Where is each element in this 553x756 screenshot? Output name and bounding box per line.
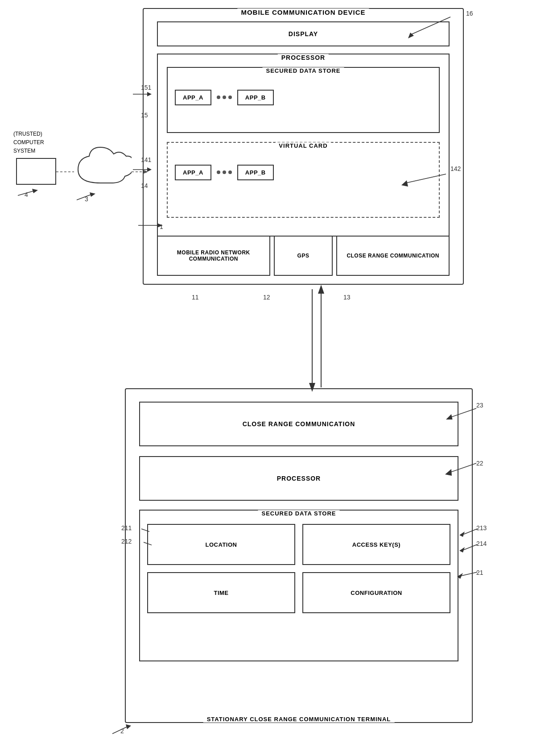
line-cs-cloud xyxy=(56,170,74,174)
stationary-title: STATIONARY CLOSE RANGE COMMUNICATION TER… xyxy=(203,716,395,723)
app-b-box-vc: APP_B xyxy=(237,165,274,180)
ref-141: 141 xyxy=(141,156,151,163)
ref-15: 15 xyxy=(141,112,148,119)
close-range-box-top: CLOSE RANGE COMMUNICATION xyxy=(336,236,450,276)
access-key-box: ACCESS KEY(S) xyxy=(302,524,450,565)
svg-marker-9 xyxy=(90,192,95,197)
ref2-arrow xyxy=(108,722,139,738)
svg-marker-18 xyxy=(446,414,453,420)
crc-box: CLOSE RANGE COMMUNICATION xyxy=(139,402,458,446)
ref23-arrow xyxy=(437,402,482,420)
cloud-shape xyxy=(69,143,132,192)
dot-1 xyxy=(217,96,220,99)
ref142-arrow xyxy=(392,161,455,187)
svg-line-2 xyxy=(406,174,446,183)
svg-line-25 xyxy=(464,529,477,534)
trusted-cs-text: (TRUSTED)COMPUTERSYSTEM xyxy=(13,131,44,154)
ref-11: 11 xyxy=(192,294,199,301)
processor-outer-box: PROCESSOR SECURED DATA STORE APP_A APP_B xyxy=(157,54,450,237)
ref3-arrow xyxy=(72,191,99,204)
ref213-arrow xyxy=(433,524,482,538)
access-key-label: ACCESS KEY(S) xyxy=(352,541,400,548)
svg-marker-7 xyxy=(32,189,38,193)
dot-vc-3 xyxy=(228,170,232,174)
dots-group-vc xyxy=(217,170,232,174)
stat-processor-label: PROCESSOR xyxy=(277,475,321,482)
stationary-terminal-box: STATIONARY CLOSE RANGE COMMUNICATION TER… xyxy=(125,388,473,723)
bidir-arrow xyxy=(303,285,330,396)
ref4-arrow xyxy=(13,187,40,200)
app-a-box-top: APP_A xyxy=(175,90,211,105)
ref-12: 12 xyxy=(263,294,270,301)
trusted-cs-label-text: (TRUSTED)COMPUTERSYSTEM xyxy=(13,129,44,154)
ref21-arrow xyxy=(433,567,482,580)
gps-box: GPS xyxy=(274,236,333,276)
time-label: TIME xyxy=(214,590,228,596)
svg-line-19 xyxy=(450,463,476,472)
svg-line-27 xyxy=(464,544,477,550)
diagram-container: MOBILE COMMUNICATION DEVICE DISPLAY PROC… xyxy=(0,0,553,756)
dot-vc-2 xyxy=(223,170,226,174)
secured-data-store-title: SECURED DATA STORE xyxy=(262,67,344,74)
close-range-label-top: CLOSE RANGE COMMUNICATION xyxy=(347,253,439,259)
ref211-arrow xyxy=(123,524,149,538)
stat-sds-box: SECURED DATA STORE LOCATION ACCESS KEY(S… xyxy=(139,510,458,661)
mobile-device-box: MOBILE COMMUNICATION DEVICE DISPLAY PROC… xyxy=(143,8,464,285)
location-label: LOCATION xyxy=(206,541,237,548)
virtual-card-title: VIRTUAL CARD xyxy=(275,142,331,149)
svg-line-29 xyxy=(462,572,477,576)
dots-group-top xyxy=(217,96,232,99)
ref16-arrow xyxy=(312,8,468,44)
app-a-box-vc: APP_A xyxy=(175,165,211,180)
svg-line-23 xyxy=(144,542,152,546)
dot-2 xyxy=(223,96,226,99)
app-row-top: APP_A APP_B xyxy=(175,82,432,112)
svg-line-8 xyxy=(77,195,91,200)
stat-processor-box: PROCESSOR xyxy=(139,456,458,501)
ref-13: 13 xyxy=(343,294,351,301)
mobile-radio-box: MOBILE RADIO NETWORK COMMUNICATION xyxy=(157,236,270,276)
app-b-box-top: APP_B xyxy=(237,90,274,105)
comm-row: MOBILE RADIO NETWORK COMMUNICATION GPS C… xyxy=(157,236,450,276)
stat-sds-title: SECURED DATA STORE xyxy=(258,510,339,517)
secured-data-store-box: SECURED DATA STORE APP_A APP_B xyxy=(167,67,440,133)
ref1-arrow xyxy=(134,219,169,232)
stat-sds-grid: LOCATION ACCESS KEY(S) TIME CONFIGURATIO… xyxy=(147,524,450,613)
svg-marker-36 xyxy=(147,167,152,172)
dot-vc-1 xyxy=(217,170,220,174)
ref151-arrow xyxy=(133,87,152,101)
ref141-arrow xyxy=(133,163,152,176)
svg-line-17 xyxy=(450,408,476,417)
time-box: TIME xyxy=(147,572,295,613)
svg-marker-32 xyxy=(126,724,131,729)
processor-title: PROCESSOR xyxy=(278,54,329,61)
svg-line-0 xyxy=(410,17,450,35)
gps-label: GPS xyxy=(297,253,310,259)
svg-line-21 xyxy=(141,529,149,532)
mobile-radio-label: MOBILE RADIO NETWORK COMMUNICATION xyxy=(160,249,268,262)
svg-line-31 xyxy=(112,727,128,734)
svg-marker-20 xyxy=(445,469,452,476)
ref212-arrow xyxy=(125,538,152,551)
ref22-arrow xyxy=(437,459,482,477)
svg-line-6 xyxy=(18,191,33,195)
ref214-arrow xyxy=(433,540,482,553)
dot-3 xyxy=(228,96,232,99)
svg-marker-16 xyxy=(318,285,324,294)
configuration-label: CONFIGURATION xyxy=(351,590,402,596)
crc-label: CLOSE RANGE COMMUNICATION xyxy=(243,420,355,428)
configuration-box: CONFIGURATION xyxy=(302,572,450,613)
location-box: LOCATION xyxy=(147,524,295,565)
ref-14: 14 xyxy=(141,182,148,189)
svg-marker-3 xyxy=(401,180,408,187)
svg-marker-5 xyxy=(157,223,163,228)
trusted-cs-icon-box xyxy=(16,158,56,185)
svg-marker-34 xyxy=(147,92,152,96)
